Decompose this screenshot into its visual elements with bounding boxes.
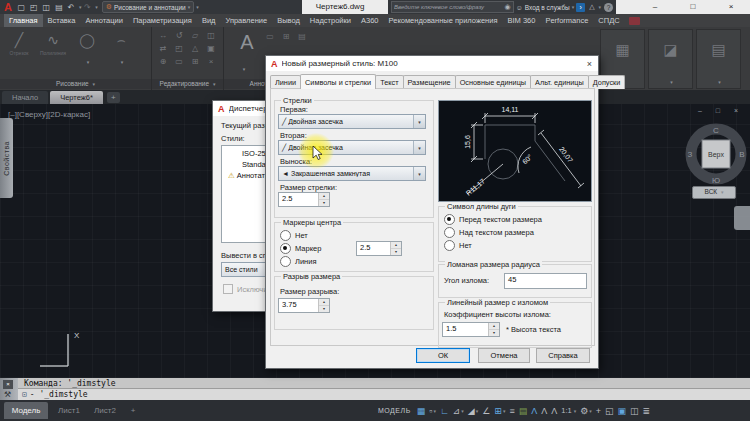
spin-up-icon[interactable]: ▴ <box>319 193 329 200</box>
open-file-icon[interactable]: ◰ <box>30 3 38 12</box>
line-tool-button[interactable]: ╱ Отрезок <box>2 30 36 68</box>
close-button[interactable]: × <box>712 0 750 14</box>
viewcube[interactable]: С В Ю З Верх <box>684 120 748 186</box>
redo-icon[interactable]: ↷ <box>84 3 91 12</box>
viewport-controls[interactable]: [–][Сверху][2D-каркас] <box>8 110 90 119</box>
center-size-spinner[interactable]: 2.5 ▴▾ <box>356 241 402 256</box>
ribbon-tab-vstavka[interactable]: Вставка <box>43 14 81 27</box>
jog-angle-field[interactable]: 45 <box>504 273 587 289</box>
layout-tab-sheet2[interactable]: Лист2 <box>88 402 122 419</box>
ribbon-tab-performance[interactable]: Performance <box>540 14 593 27</box>
break-size-spinner[interactable]: 3.75 ▴▾ <box>278 298 330 313</box>
modify-panel-label[interactable]: Редактирование ▾ <box>152 79 223 89</box>
navigation-bar[interactable] <box>734 206 750 230</box>
arc-none-radio[interactable]: Нет <box>444 240 472 251</box>
spin-up-icon[interactable]: ▴ <box>319 299 329 306</box>
jog-factor-spinner[interactable]: 1.5 ▴▾ <box>442 322 500 337</box>
undo-caret-icon[interactable]: ▾ <box>79 4 82 10</box>
center-line-radio[interactable]: Линия <box>280 256 317 267</box>
model-space-label[interactable]: МОДЕЛЬ <box>378 407 411 414</box>
object-snap-tracking-icon[interactable]: ∠ <box>480 403 492 418</box>
first-arrow-combo[interactable]: ╱ Двойная засечка ▾ <box>278 114 426 129</box>
arc-tool-button[interactable]: ⌢ ▾ <box>104 30 138 68</box>
layout-tab-sheet1[interactable]: Лист1 <box>52 402 86 419</box>
new-tab-button[interactable]: + <box>107 92 120 103</box>
workspace-selector[interactable]: ⚙ Рисование и аннотации ▾ <box>102 1 195 13</box>
command-close-icon[interactable]: × <box>3 380 13 389</box>
save-icon[interactable]: ◫ <box>43 3 51 12</box>
redo-caret-icon[interactable]: ▾ <box>95 4 98 10</box>
combo-caret-icon[interactable]: ▾ <box>413 115 425 128</box>
file-tab-drawing[interactable]: Чертеж6* <box>50 91 103 104</box>
maximize-button[interactable]: □ <box>674 0 712 14</box>
viewcube-north[interactable]: С <box>713 126 719 135</box>
stretch-icon[interactable]: △ <box>187 44 203 57</box>
search-icon[interactable]: ◉ <box>505 3 511 11</box>
lineweight-icon[interactable]: ≡ <box>507 403 516 418</box>
dialog-close-icon[interactable]: × <box>581 59 598 69</box>
trim-icon[interactable]: ▱ <box>187 31 203 44</box>
new-file-icon[interactable]: ▢ <box>17 3 25 12</box>
circle-tool-button[interactable]: ◯ ▾ <box>70 30 104 68</box>
tab-alt-units[interactable]: Альт. единицы <box>530 75 589 89</box>
collapsed-panel-3[interactable]: ▤ ▾ <box>696 29 741 89</box>
ribbon-tab-vyvod[interactable]: Вывод <box>272 14 305 27</box>
collapsed-panel-2[interactable]: ◪ ▾ <box>648 29 693 89</box>
minimize-button[interactable]: – <box>636 0 674 14</box>
plot-icon[interactable]: ▤ <box>55 3 63 12</box>
spin-down-icon[interactable]: ▾ <box>319 200 329 206</box>
clean-screen-icon[interactable]: ◫ <box>628 403 641 418</box>
center-marker-radio[interactable]: Маркер <box>280 243 321 254</box>
viewcube-east[interactable]: В <box>739 150 744 159</box>
leader-arrow-combo[interactable]: ◄ Закрашенная замкнутая ▾ <box>278 166 426 181</box>
ribbon-tab-bim360[interactable]: BIM 360 <box>502 14 540 27</box>
ribbon-tab-recommended[interactable]: Рекомендованные приложения <box>384 14 503 27</box>
ribbon-tab-a360[interactable]: A360 <box>356 14 384 27</box>
search-input[interactable]: Введите ключевое слово/фразу ◉ <box>391 1 514 13</box>
leader-icon[interactable]: ▤ <box>294 32 310 44</box>
tab-tolerances[interactable]: Допуски <box>588 75 626 89</box>
isodraft-icon[interactable]: ◢▾ <box>466 403 480 418</box>
tab-text[interactable]: Текст <box>375 75 403 89</box>
fillet-icon[interactable]: ◰ <box>171 44 187 57</box>
spin-down-icon[interactable]: ▾ <box>391 249 401 255</box>
annotation-scale-icon[interactable]: Λ <box>549 403 559 418</box>
viewcube-west[interactable]: З <box>688 150 693 159</box>
viewcube-south[interactable]: Ю <box>712 176 720 185</box>
viewcube-top-face[interactable]: Верх <box>708 151 724 159</box>
polyline-tool-button[interactable]: ∿ Полилиния <box>36 30 70 68</box>
exchange-apps-icon[interactable]: › <box>576 3 585 12</box>
polar-tracking-icon[interactable]: ⊿▾ <box>451 403 466 418</box>
dimension-icon[interactable]: ▭ <box>262 32 278 44</box>
ribbon-tab-upravlenie[interactable]: Управление <box>220 14 272 27</box>
tab-fit[interactable]: Размещение <box>403 75 456 89</box>
layout-tab-model[interactable]: Модель <box>4 402 48 419</box>
annotation-scale-value[interactable]: 1:1▾ <box>559 406 578 415</box>
undo-icon[interactable]: ↶ <box>68 3 75 12</box>
spin-up-icon[interactable]: ▴ <box>489 323 499 330</box>
ribbon-extra-icon[interactable] <box>629 17 640 25</box>
new-layout-button[interactable]: + <box>126 402 140 419</box>
spin-down-icon[interactable]: ▾ <box>489 330 499 336</box>
arrow-size-spinner[interactable]: 2.5 ▴▾ <box>278 192 330 207</box>
signin-button[interactable]: Вход в службы <box>525 4 570 11</box>
spin-up-icon[interactable]: ▴ <box>391 242 401 249</box>
wcs-button[interactable]: ВСК ▾ <box>692 186 736 199</box>
grid-icon[interactable]: ▦ <box>415 403 428 418</box>
cancel-button[interactable]: Отмена <box>478 348 530 363</box>
ribbon-tab-spds[interactable]: СПДС <box>593 14 624 27</box>
ok-button[interactable]: ОК <box>416 348 470 363</box>
communication-center-icon[interactable]: △ <box>589 3 594 11</box>
help-icon[interactable]: ? <box>604 3 613 12</box>
command-input[interactable]: ⊡ - '_dimstyle <box>18 389 750 400</box>
combo-caret-icon[interactable]: ▾ <box>413 141 425 154</box>
ribbon-tab-annotacii[interactable]: Аннотации <box>80 14 128 27</box>
center-none-radio[interactable]: Нет <box>280 230 308 241</box>
mirror-icon[interactable]: ⇄ <box>155 44 171 57</box>
ribbon-tab-nadstroyki[interactable]: Надстройки <box>305 14 356 27</box>
ribbon-tab-parametrizaciya[interactable]: Параметризация <box>128 14 197 27</box>
annotation-visibility-icon[interactable]: Λ <box>529 403 539 418</box>
move-icon[interactable]: ↔ <box>155 31 171 44</box>
tab-symbols-arrows[interactable]: Символы и стрелки <box>300 74 376 89</box>
quick-properties-icon[interactable]: ◱ <box>603 403 616 418</box>
